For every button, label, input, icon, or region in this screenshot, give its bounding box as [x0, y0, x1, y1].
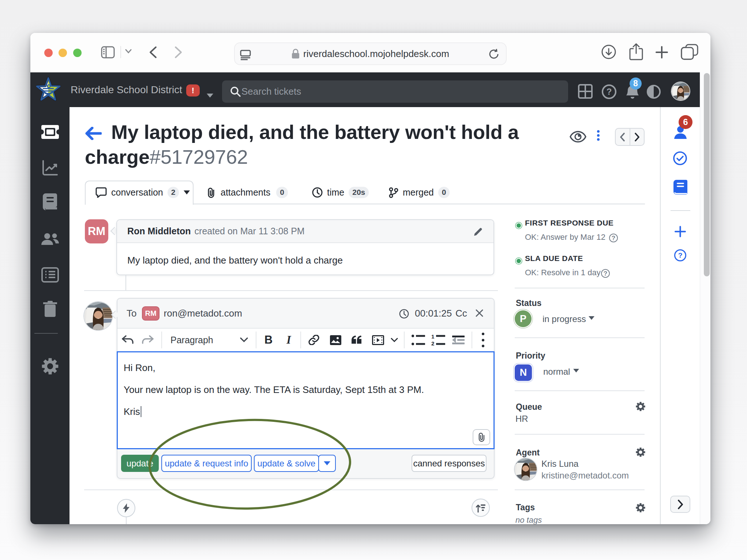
svg-text:2: 2	[431, 340, 434, 346]
svg-text:?: ?	[607, 87, 612, 97]
svg-text:1: 1	[431, 334, 434, 340]
svg-text:?: ?	[678, 251, 683, 259]
